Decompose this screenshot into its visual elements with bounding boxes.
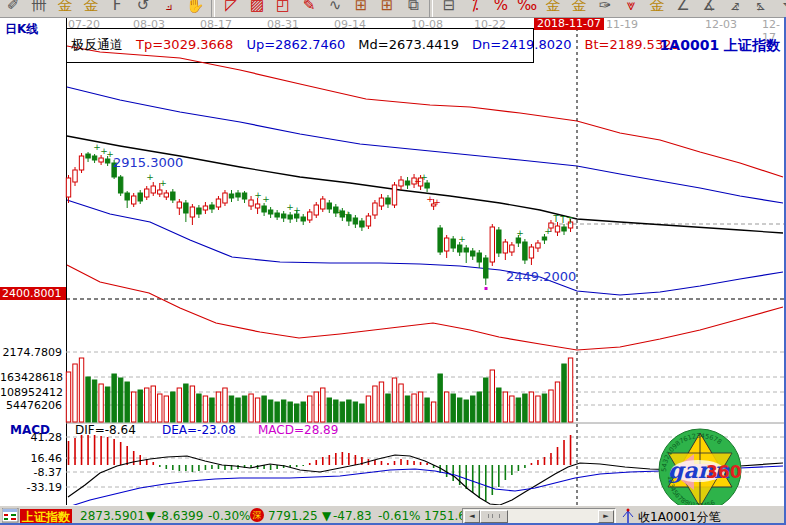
- toolbar: ✐卌金金F↺⟓✋◸▨◰✎∿⊞⊞⧉⊟⁒%‰金金✑⩔金∠∡⦨⦩⦪: [0, 0, 786, 18]
- macd-dif-value: DIF=-8.64: [75, 423, 136, 437]
- macd-scale-1: 41.28: [0, 431, 62, 444]
- toolbar-icon[interactable]: ∡: [696, 0, 722, 17]
- sz-change: -47.83: [333, 509, 372, 523]
- legend-name: 极反通道: [71, 37, 123, 52]
- date-tick: 08-03: [133, 18, 165, 31]
- toolbar-icon[interactable]: ‰: [514, 0, 540, 17]
- date-tick: 10-22: [474, 18, 506, 31]
- macd-scale-2: 16.46: [0, 452, 62, 465]
- volume-scale-2: 108952412: [0, 386, 62, 399]
- macd-hist-value: MACD=28.89: [258, 423, 338, 437]
- legend-md: Md=2673.4419: [358, 37, 459, 52]
- toolbar-icon[interactable]: F: [104, 0, 130, 17]
- index-change: -8.6399: [157, 509, 203, 523]
- date-tick: 10-08: [411, 18, 443, 31]
- toolbar-icon[interactable]: ⦨: [722, 0, 748, 17]
- sz-value: 7791.25: [268, 509, 318, 523]
- date-tick: 08-17: [200, 18, 232, 31]
- scroll-right-button[interactable]: ►: [598, 510, 614, 523]
- date-tick: 09-14: [334, 18, 366, 31]
- low-annotation: 2449.2000: [506, 269, 576, 284]
- toolbar-icon[interactable]: ⦪: [774, 0, 786, 17]
- legend-up: Up=2862.7460: [246, 37, 345, 52]
- channel-legend: 极反通道Tp=3029.3668Up=2862.7460Md=2673.4419…: [71, 36, 693, 54]
- date-tick: 07-20: [68, 18, 100, 31]
- toolbar-icon[interactable]: ✐: [0, 0, 26, 17]
- toolbar-separator: [211, 0, 215, 18]
- toolbar-icon[interactable]: ✋: [182, 0, 208, 17]
- price-alert-tag: 2400.8001: [0, 287, 66, 300]
- toolbar-icon[interactable]: 金: [540, 0, 566, 17]
- legend-tp: Tp=3029.3668: [136, 37, 233, 52]
- toolbar-icon[interactable]: %: [488, 0, 514, 17]
- high-annotation: 2915.3000: [113, 155, 183, 170]
- toolbar-icon[interactable]: 金: [644, 0, 670, 17]
- toolbar-icon[interactable]: ◸: [218, 0, 244, 17]
- period-label[interactable]: 日K线: [5, 21, 38, 38]
- toolbar-icon[interactable]: ◰: [270, 0, 296, 17]
- legend-dn: Dn=2419.8020: [472, 37, 571, 52]
- toolbar-icon[interactable]: ⦩: [748, 0, 774, 17]
- date-tick: 11-19: [606, 18, 638, 31]
- toolbar-icon[interactable]: ∠: [670, 0, 696, 17]
- toolbar-icon[interactable]: 金: [52, 0, 78, 17]
- toolbar-icon[interactable]: ✎: [296, 0, 322, 17]
- macd-scale-3: -8.37: [0, 466, 62, 479]
- symbol-title: 1A0001 上证指数: [660, 37, 780, 55]
- volume-scale-3: 54476206: [0, 399, 62, 412]
- toolbar-icon[interactable]: ⩔: [618, 0, 644, 17]
- scroll-thumb[interactable]: [480, 510, 508, 523]
- toolbar-icon[interactable]: 金: [566, 0, 592, 17]
- gann360-logo: gann 360 543210987612345678 123456789012…: [656, 426, 744, 514]
- toolbar-icon[interactable]: ∿: [322, 0, 348, 17]
- macd-scale-4: -33.19: [0, 481, 62, 494]
- toolbar-icon[interactable]: ⊞: [348, 0, 374, 17]
- current-date-tag: 2018-11-07: [534, 17, 604, 30]
- sz-down-arrow-icon: ▼: [322, 509, 331, 523]
- toolbar-icon[interactable]: ⊞: [374, 0, 400, 17]
- toolbar-separator: [429, 0, 433, 18]
- logo-360-text: 360: [706, 462, 742, 482]
- index-pct: -0.30%: [208, 509, 250, 523]
- toolbar-icon[interactable]: ✑: [592, 0, 618, 17]
- toolbar-icon[interactable]: ▨: [244, 0, 270, 17]
- sz-pct: -0.61%: [378, 509, 420, 523]
- status-bar: 上证指数 2873.5901 ▼ -8.6399 -0.30% 深 7791.2…: [0, 505, 786, 525]
- toolbar-icon[interactable]: ⟓: [156, 0, 182, 17]
- toolbar-icon[interactable]: ↺: [130, 0, 156, 17]
- price-scale-low: 2174.7809: [0, 346, 62, 359]
- macd-dea-value: DEA=-23.08: [162, 423, 236, 437]
- shenzhen-badge[interactable]: 深: [250, 508, 264, 522]
- date-tick: 12-03: [705, 18, 737, 31]
- date-tick: 08-31: [267, 18, 299, 31]
- volume-scale-1: 163428618: [0, 371, 62, 384]
- scroll-left-button[interactable]: ◄: [464, 510, 480, 523]
- toolbar-icon[interactable]: 金: [78, 0, 104, 17]
- toolbar-icon[interactable]: ⊟: [436, 0, 462, 17]
- toolbar-icon[interactable]: ⁒: [462, 0, 488, 17]
- toolbar-icon[interactable]: ⧉: [400, 0, 426, 17]
- toolbar-icon[interactable]: 卌: [26, 0, 52, 17]
- index-down-arrow-icon: ▼: [146, 509, 155, 523]
- index-value: 2873.5901: [80, 509, 145, 523]
